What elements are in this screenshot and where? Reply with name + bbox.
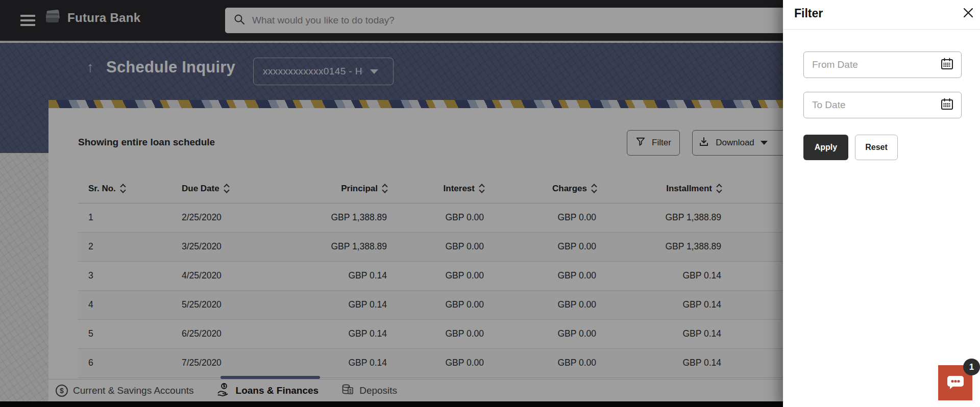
close-icon[interactable] bbox=[963, 7, 974, 18]
from-date-field[interactable] bbox=[803, 52, 962, 78]
reset-button[interactable]: Reset bbox=[855, 135, 898, 160]
modal-scrim[interactable] bbox=[0, 0, 783, 407]
speech-bubble-icon bbox=[946, 373, 965, 393]
calendar-icon[interactable] bbox=[940, 57, 954, 73]
to-date-field[interactable] bbox=[803, 92, 962, 118]
filter-panel-title: Filter bbox=[794, 7, 823, 20]
filter-panel: Filter Apply Reset bbox=[783, 0, 980, 407]
to-date-input[interactable] bbox=[812, 99, 935, 111]
chat-notification-badge: 1 bbox=[963, 359, 980, 375]
panel-divider bbox=[783, 29, 980, 30]
apply-button[interactable]: Apply bbox=[803, 135, 848, 160]
calendar-icon[interactable] bbox=[940, 97, 954, 113]
from-date-input[interactable] bbox=[812, 59, 935, 70]
